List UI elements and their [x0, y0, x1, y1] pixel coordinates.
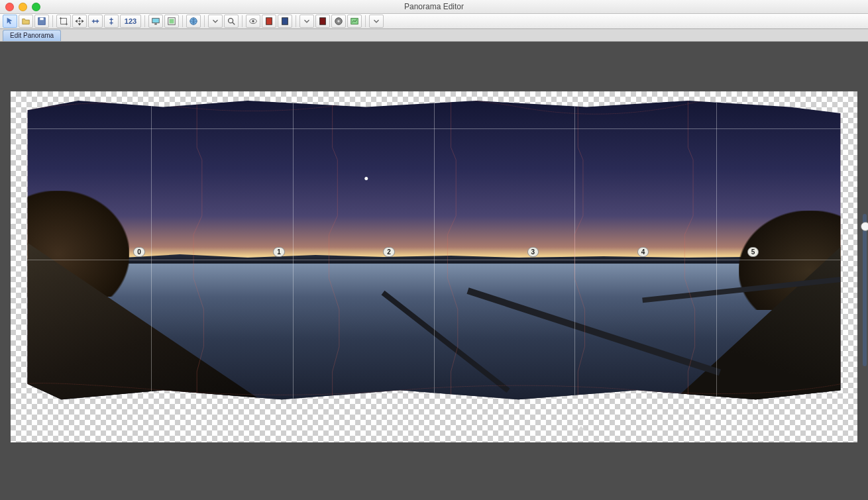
crop-tool[interactable]: [56, 15, 71, 28]
numbers-toggle[interactable]: 123: [120, 15, 141, 28]
svg-rect-2: [61, 19, 67, 25]
maximize-window-button[interactable]: [32, 3, 40, 11]
workspace: 012345: [0, 42, 868, 500]
frame-badge-3[interactable]: 3: [527, 247, 539, 257]
slider-knob[interactable]: [861, 222, 868, 231]
frame-badge-0[interactable]: 0: [133, 247, 145, 257]
svg-rect-5: [170, 19, 174, 24]
dropdown-1[interactable]: [208, 15, 223, 28]
panorama-preview[interactable]: 012345: [11, 91, 857, 403]
globe-button[interactable]: [186, 15, 201, 28]
svg-point-14: [337, 20, 340, 23]
frame-badge-2[interactable]: 2: [383, 247, 395, 257]
titlebar: Panorama Editor: [0, 0, 868, 14]
svg-rect-12: [320, 18, 326, 25]
move-tool[interactable]: [72, 15, 87, 28]
toolbar-separator: [242, 15, 243, 27]
center-marker-icon: [578, 426, 584, 430]
mask-red[interactable]: [262, 15, 276, 28]
toolbar-separator: [296, 15, 296, 27]
exposure-slider[interactable]: [863, 214, 867, 366]
minimize-window-button[interactable]: [19, 3, 27, 11]
svg-rect-1: [40, 18, 43, 21]
zoom-tool[interactable]: [224, 15, 239, 28]
main-toolbar: 123: [0, 14, 868, 29]
toolbar-separator: [204, 15, 205, 27]
frame-badge-1[interactable]: 1: [273, 247, 285, 257]
tab-edit-panorama[interactable]: Edit Panorama: [3, 30, 61, 41]
fullscreen-button[interactable]: [164, 15, 179, 28]
window-controls: [5, 3, 40, 11]
svg-point-9: [252, 20, 254, 23]
open-button[interactable]: [19, 15, 33, 28]
grid-line-horizontal: [11, 128, 857, 129]
svg-rect-11: [282, 18, 288, 25]
distribute-v[interactable]: [104, 15, 119, 28]
panorama-canvas[interactable]: 012345: [11, 91, 857, 442]
close-window-button[interactable]: [5, 3, 14, 11]
window-title: Panorama Editor: [0, 0, 868, 13]
frame-badge-5[interactable]: 5: [747, 247, 759, 257]
toolbar-separator: [52, 15, 53, 27]
toolbar-separator: [144, 15, 145, 27]
save-button[interactable]: [34, 15, 49, 28]
toolbar-separator: [365, 15, 366, 27]
output-button[interactable]: [347, 15, 362, 28]
render-button[interactable]: [331, 15, 346, 28]
select-tool[interactable]: [3, 15, 17, 28]
mask-blue[interactable]: [278, 15, 292, 28]
visibility-toggle[interactable]: [246, 15, 260, 28]
monitor-button[interactable]: [148, 15, 163, 28]
dropdown-3[interactable]: [369, 15, 384, 28]
distribute-h[interactable]: [88, 15, 103, 28]
svg-rect-3: [152, 19, 160, 23]
svg-point-7: [229, 19, 233, 23]
dropdown-2[interactable]: [299, 15, 314, 28]
svg-rect-10: [266, 18, 272, 25]
frame-badge-4[interactable]: 4: [637, 247, 649, 257]
mask-darkred[interactable]: [315, 15, 330, 28]
toolbar-separator: [182, 15, 183, 27]
tab-strip: Edit Panorama: [0, 29, 868, 42]
